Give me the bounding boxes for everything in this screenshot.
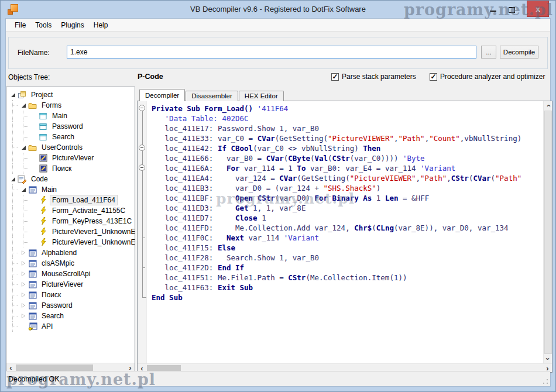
proc-icon: [38, 207, 48, 215]
code-line: End Sub: [152, 293, 183, 302]
tree-item-usercontrols[interactable]: UserControls: [6, 142, 135, 153]
code-vertical-scrollbar[interactable]: › ›: [543, 101, 552, 363]
tree-item-поиск[interactable]: Поиск: [6, 163, 135, 174]
no-arrow: [30, 238, 38, 246]
tab-disassembler[interactable]: Disassembler: [186, 91, 238, 101]
code-line: loc_411F0C: Next var_114 'Variant: [152, 233, 319, 243]
filename-input[interactable]: [67, 46, 476, 59]
checkbox-procedure-analyzer[interactable]: ✓Procedure analyzer and optimizer: [430, 73, 545, 81]
module-icon: [28, 259, 37, 268]
module-icon: [28, 185, 37, 194]
tree-item-label: PictureViever: [39, 279, 85, 290]
tree-item-label: PictureViever: [50, 153, 96, 163]
tree-item-pictureviever[interactable]: PictureViever: [6, 153, 135, 163]
browse-button[interactable]: ...: [481, 46, 496, 59]
checkbox-parse-stack-parameters[interactable]: ✓Parse stack parameters: [331, 73, 416, 81]
tree-item-main[interactable]: Main: [6, 111, 135, 121]
tree-guide-line: [12, 226, 13, 237]
checkbox-box[interactable]: ✓: [331, 73, 339, 81]
collapsed-arrow-icon[interactable]: [19, 270, 28, 278]
tree-item-label: Search: [39, 311, 66, 321]
tree-guide-line: [12, 132, 13, 142]
menu-item-tools[interactable]: Tools: [30, 19, 56, 31]
tree-item-form-load-411f64[interactable]: Form_Load_411F64: [6, 195, 135, 205]
tree-item-search[interactable]: Search: [6, 132, 135, 142]
filename-label: FileName:: [18, 49, 50, 57]
proc-icon: [38, 228, 48, 236]
tree-item-password[interactable]: Password: [6, 121, 135, 132]
tab-hex-editor[interactable]: HEX Editor: [239, 91, 284, 101]
tree-item-forms[interactable]: Forms: [6, 100, 135, 111]
code-line: loc_411EB3: var_D0 = (var_124 + "SHS.Sha…: [152, 183, 380, 193]
collapsed-arrow-icon[interactable]: [19, 280, 28, 288]
code-line: loc_411F15: Else: [152, 243, 235, 253]
tree-item-project[interactable]: Project: [6, 90, 135, 100]
resize-grip[interactable]: [543, 379, 548, 384]
expanded-arrow-icon[interactable]: [9, 175, 17, 183]
tree-item-label: Password: [39, 300, 75, 311]
module-icon: [28, 270, 37, 278]
scroll-thumb[interactable]: [544, 111, 552, 354]
tree-item-pictureviever1-unknowne[interactable]: PictureViever1_UnknownE: [6, 237, 135, 247]
tree-guide-line: [23, 211, 28, 211]
expanded-arrow-icon[interactable]: [19, 143, 28, 152]
expanded-arrow-icon[interactable]: [9, 91, 17, 99]
collapsed-arrow-icon[interactable]: [19, 312, 28, 320]
checkbox-label: Procedure analyzer and optimizer: [440, 73, 545, 81]
tree-item-form-activate-41155c[interactable]: Form_Activate_41155C: [6, 205, 135, 216]
tree-item-поиск[interactable]: Поиск: [6, 290, 135, 300]
tree-horizontal-scrollbar[interactable]: ‹ ›: [6, 363, 135, 372]
tree-item-pictureviever[interactable]: PictureViever: [6, 279, 135, 290]
code-icon: [17, 175, 27, 184]
tree-item-code[interactable]: Code: [6, 174, 135, 184]
expanded-arrow-icon[interactable]: [19, 101, 28, 109]
no-arrow: [30, 122, 38, 130]
tree-item-label: Main: [39, 184, 59, 195]
tree-guide-line: [12, 111, 13, 121]
code-editor[interactable]: Private Sub Form_Load() '411F64 'Data Ta…: [137, 101, 552, 373]
tree-guide-line: [12, 163, 13, 174]
collapsed-arrow-icon[interactable]: [19, 259, 28, 267]
decompile-button[interactable]: Decompile: [500, 46, 538, 59]
no-arrow: [30, 217, 38, 225]
app-window: VB Decompiler v9.6 - Registered to DotFi…: [0, 0, 556, 392]
collapsed-arrow-icon[interactable]: [19, 249, 28, 257]
fold-collapse-button[interactable]: [139, 105, 145, 111]
form-icon: [38, 122, 48, 131]
menu-item-help[interactable]: Help: [89, 19, 113, 31]
maximize-button[interactable]: [505, 6, 518, 14]
collapsed-arrow-icon[interactable]: [19, 301, 28, 310]
tree-item-password[interactable]: Password: [6, 300, 135, 311]
tree-item-search[interactable]: Search: [6, 311, 135, 321]
menu-item-file[interactable]: File: [10, 19, 30, 31]
fold-collapse-button[interactable]: [139, 164, 145, 171]
tree-guide-line: [12, 147, 18, 148]
close-button[interactable]: x: [527, 1, 549, 17]
tree-item-form-keypress-413e1c[interactable]: Form_KeyPress_413E1C: [6, 216, 135, 226]
scroll-thumb[interactable]: [16, 365, 93, 371]
scroll-up-button[interactable]: ›: [544, 101, 552, 110]
fold-end-mark: [142, 297, 146, 298]
minimize-button[interactable]: [486, 9, 499, 13]
tree-item-main[interactable]: Main: [6, 184, 135, 195]
tab-decompiler[interactable]: Decompiler: [139, 89, 185, 101]
tree-item-alphablend[interactable]: Alphablend: [6, 247, 135, 258]
tree-item-pictureviever1-unknowne[interactable]: PictureViever1_UnknownE: [6, 226, 135, 237]
scroll-down-button[interactable]: ›: [544, 355, 552, 363]
code-line: loc_411F63: Exit Sub: [152, 283, 253, 293]
checkbox-box[interactable]: ✓: [430, 73, 437, 81]
code-line: loc_411EA4: var_124 = CVar(GetSetting("P…: [152, 173, 521, 183]
fold-collapse-button[interactable]: [139, 145, 145, 151]
tree-item-label: Form_Load_411F64: [50, 195, 118, 205]
tree-guide-line: [23, 242, 28, 243]
status-text: Decompiled OK: [8, 375, 60, 383]
module-icon: [28, 301, 37, 310]
tree-item-clsasmpic[interactable]: clsASMpic: [6, 258, 135, 269]
proc-icon: [38, 238, 48, 247]
menu-item-plugins[interactable]: Plugins: [56, 19, 88, 31]
tree-guide-line: [23, 158, 28, 159]
tree-item-api[interactable]: API: [6, 321, 135, 332]
collapsed-arrow-icon[interactable]: [19, 291, 28, 299]
tree-item-mousescrollapi[interactable]: MouseScrollApi: [6, 269, 135, 279]
expanded-arrow-icon[interactable]: [19, 185, 28, 194]
